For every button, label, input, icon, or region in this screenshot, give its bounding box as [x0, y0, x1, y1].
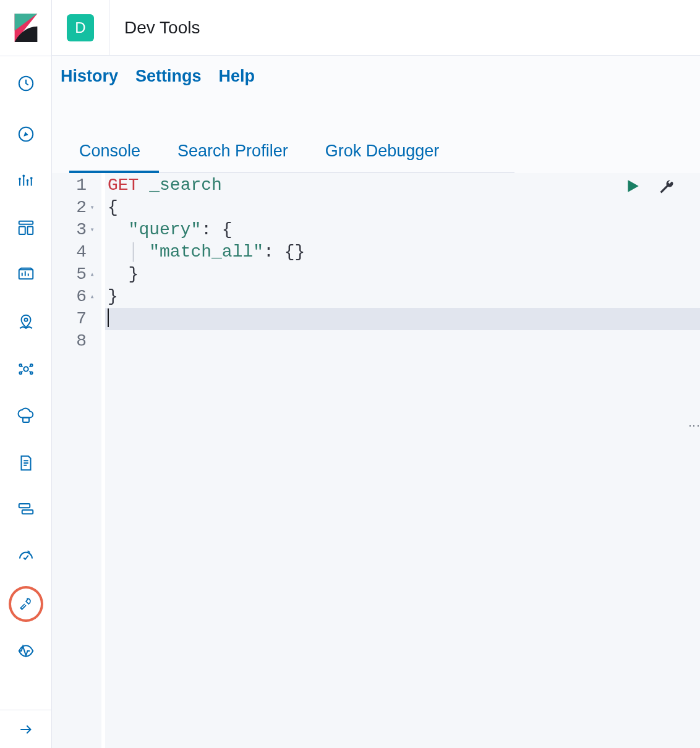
tab-console[interactable]: Console — [69, 142, 159, 172]
editor[interactable]: 12▾3▾45▴6▴78 GET _search{ "query": { │ "… — [52, 173, 700, 748]
nav-canvas[interactable] — [9, 258, 43, 292]
page-title: Dev Tools — [124, 18, 200, 38]
code-line[interactable]: { — [105, 197, 700, 219]
nav-visualize[interactable] — [9, 164, 43, 198]
nav-logs[interactable] — [9, 446, 43, 480]
line-number: 2▾ — [52, 197, 101, 219]
history-link[interactable]: History — [61, 67, 118, 86]
header: D Dev Tools — [52, 0, 700, 56]
tab-search-profiler[interactable]: Search Profiler — [159, 142, 307, 172]
svg-rect-8 — [19, 221, 33, 224]
code-line[interactable] — [105, 330, 700, 352]
subheader: History Settings Help Console Search Pro… — [52, 56, 700, 173]
app-badge: D — [67, 14, 94, 41]
line-number: 7 — [52, 308, 101, 330]
nav-devtools[interactable] — [9, 587, 43, 621]
code-line[interactable]: GET _search — [105, 174, 700, 197]
toolbar-links: History Settings Help — [61, 67, 700, 98]
resize-handle[interactable]: ⋮ — [693, 420, 696, 433]
sidebar — [0, 0, 52, 748]
svg-point-13 — [23, 367, 28, 372]
help-link[interactable]: Help — [219, 67, 255, 86]
svg-rect-20 — [22, 510, 33, 514]
code-line[interactable]: } — [105, 286, 700, 308]
nav-recent[interactable] — [9, 66, 43, 101]
svg-point-5 — [22, 174, 25, 177]
editor-actions — [625, 178, 675, 198]
svg-rect-10 — [27, 227, 33, 235]
svg-point-4 — [19, 177, 21, 180]
settings-link[interactable]: Settings — [135, 67, 202, 86]
code[interactable]: GET _search{ "query": { │ "match_all": {… — [101, 173, 700, 748]
svg-point-7 — [30, 177, 32, 179]
nav-uptime[interactable] — [9, 540, 43, 574]
code-line[interactable]: } — [105, 263, 700, 286]
code-line[interactable] — [105, 308, 700, 330]
line-number: 1 — [52, 174, 101, 197]
main: D Dev Tools History Settings Help Consol… — [52, 0, 700, 748]
svg-rect-19 — [19, 504, 30, 508]
nav-dashboard[interactable] — [9, 211, 43, 245]
nav-apm[interactable] — [9, 493, 43, 527]
svg-rect-9 — [19, 227, 25, 235]
svg-rect-11 — [19, 270, 33, 279]
tabs: Console Search Profiler Grok Debugger — [69, 142, 514, 173]
line-number: 8 — [52, 330, 101, 352]
nav-maps[interactable] — [9, 305, 43, 339]
svg-rect-18 — [23, 418, 29, 423]
line-number: 6▴ — [52, 286, 101, 308]
line-number: 5▴ — [52, 263, 101, 286]
svg-marker-21 — [628, 180, 638, 192]
gutter: 12▾3▾45▴6▴78 — [52, 173, 101, 748]
nav-monitoring[interactable] — [9, 634, 43, 668]
line-number: 4 — [52, 241, 101, 263]
nav-ml[interactable] — [9, 352, 43, 386]
tab-grok-debugger[interactable]: Grok Debugger — [307, 142, 458, 172]
kibana-logo[interactable] — [0, 0, 51, 56]
svg-point-12 — [24, 318, 27, 321]
svg-point-6 — [26, 179, 28, 182]
code-line[interactable]: "query": { — [105, 219, 700, 241]
wrench-button[interactable] — [658, 178, 675, 198]
header-separator — [109, 0, 109, 56]
code-line[interactable]: │ "match_all": {} — [105, 241, 700, 263]
nav-expand[interactable] — [9, 712, 43, 747]
nav-discover[interactable] — [9, 117, 43, 151]
line-number: 3▾ — [52, 219, 101, 241]
run-button[interactable] — [625, 178, 641, 198]
nav-infra[interactable] — [9, 399, 43, 433]
